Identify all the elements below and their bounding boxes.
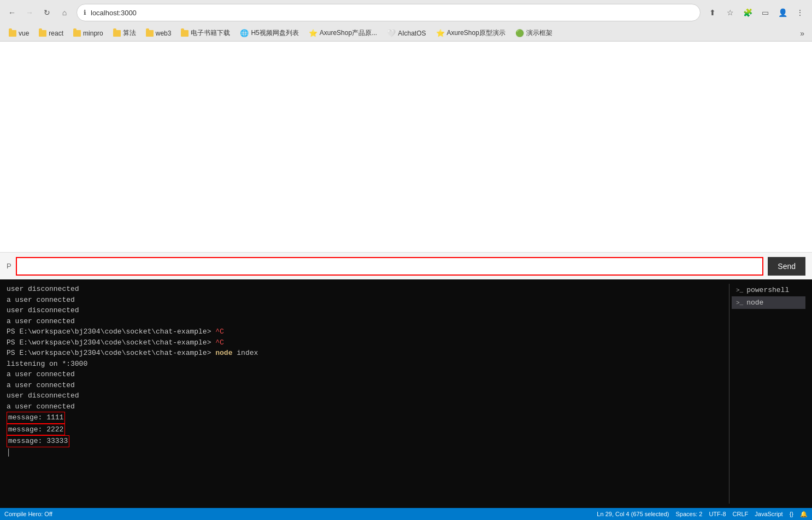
status-bar: Compile Hero: Off Ln 29, Col 4 (675 sele… — [0, 508, 812, 520]
terminal-line-5: PS E:\workspace\bj2304\code\socket\chat-… — [7, 326, 729, 337]
home-button[interactable]: ⌂ — [57, 5, 72, 20]
folder-icon-vue — [9, 30, 16, 37]
extensions-button[interactable]: 🧩 — [740, 5, 755, 20]
powershell-icon: >_ — [736, 287, 743, 294]
back-button[interactable]: ← — [4, 5, 20, 20]
address-bar[interactable] — [91, 9, 693, 17]
terminal-line-msg2: message: 2222 — [7, 424, 729, 436]
forward-button[interactable]: → — [22, 5, 37, 20]
bookmark-axureshop2-label: AxureShop原型演示 — [447, 28, 505, 38]
bookmark-demo[interactable]: 🟢 演示框架 — [511, 27, 557, 39]
bookmark-h5[interactable]: 🌐 H5视频网盘列表 — [236, 27, 303, 39]
bookmark-web3-label: web3 — [156, 30, 172, 37]
bookmarks-bar: vue react minpro 算法 web3 电子书籍下载 🌐 H5视频网盘… — [0, 25, 812, 42]
terminal-line-9: a user connected — [7, 369, 729, 380]
folder-icon-web3 — [146, 30, 154, 37]
browser-content — [0, 42, 812, 252]
status-encoding[interactable]: UTF-8 — [709, 511, 726, 518]
bookmark-vue[interactable]: vue — [4, 28, 33, 38]
terminal[interactable]: user disconnected a user connected user … — [0, 279, 812, 508]
bookmark-aichatos-label: AIchatOS — [398, 30, 426, 37]
terminal-line-10: a user connected — [7, 380, 729, 391]
cmd-index: index — [232, 349, 258, 357]
h5-icon: 🌐 — [240, 29, 249, 37]
bookmark-ebook-label: 电子书籍下载 — [191, 28, 230, 38]
bookmark-axureshop1-label: AxureShop产品原... — [320, 28, 377, 38]
sidebar-powershell[interactable]: >_ powershell — [732, 284, 805, 296]
chat-input-area: P Send — [0, 252, 812, 279]
folder-icon-react — [39, 30, 46, 37]
bookmark-vue-label: vue — [19, 30, 29, 37]
axureshop1-icon: ⭐ — [309, 29, 317, 37]
terminal-line-6: PS E:\workspace\bj2304\code\socket\chat-… — [7, 337, 729, 348]
terminal-cursor-line: │ — [7, 447, 729, 458]
terminal-line-4: a user connected — [7, 316, 729, 327]
bookmark-axureshop1[interactable]: ⭐ AxureShop产品原... — [304, 27, 381, 39]
demo-icon: 🟢 — [515, 29, 524, 37]
status-cursor-pos[interactable]: Ln 29, Col 4 (675 selected) — [597, 511, 669, 518]
bookmark-react[interactable]: react — [34, 28, 68, 38]
terminal-area: user disconnected a user connected user … — [0, 279, 812, 508]
toolbar-icons: ⬆ ☆ 🧩 ▭ 👤 ⋮ — [705, 5, 808, 20]
chat-input-prefix: P — [7, 262, 11, 270]
powershell-label: powershell — [746, 286, 789, 294]
bookmarks-more-button[interactable]: » — [797, 28, 808, 39]
profile-button[interactable]: 👤 — [775, 5, 790, 20]
sidebar-node[interactable]: >_ node — [732, 296, 805, 309]
prompt-text-1: PS E:\workspace\bj2304\code\socket\chat-… — [7, 328, 215, 336]
status-language[interactable]: JavaScript — [755, 511, 782, 518]
status-spaces[interactable]: Spaces: 2 — [675, 511, 702, 518]
prompt-text-2: PS E:\workspace\bj2304\code\socket\chat-… — [7, 338, 215, 347]
bookmark-axureshop2[interactable]: ⭐ AxureShop原型演示 — [432, 27, 510, 39]
terminal-line-msg3: message: 33333 — [7, 435, 729, 447]
browser-body: P Send user disconnected a user connecte… — [0, 42, 812, 520]
terminal-line-8: listening on *:3000 — [7, 359, 729, 370]
menu-button[interactable]: ⋮ — [792, 5, 808, 20]
aichatos-icon: 🤍 — [387, 29, 396, 37]
terminal-line-3: user disconnected — [7, 305, 729, 316]
status-compile-hero[interactable]: Compile Hero: Off — [4, 511, 52, 517]
node-icon: >_ — [736, 300, 743, 306]
folder-icon-ebook — [181, 30, 189, 37]
bookmark-minpro-label: minpro — [83, 30, 103, 37]
cmd-ctrl-c-1: ^C — [215, 328, 224, 336]
terminal-sidebar: >_ powershell >_ node — [729, 284, 805, 504]
message-33333: message: 33333 — [7, 435, 69, 447]
browser-toolbar: ← → ↻ ⌂ ℹ ⬆ ☆ 🧩 ▭ 👤 ⋮ — [0, 0, 812, 25]
bookmark-ebook[interactable]: 电子书籍下载 — [176, 27, 234, 39]
send-button[interactable]: Send — [768, 257, 805, 276]
browser-chrome: ← → ↻ ⌂ ℹ ⬆ ☆ 🧩 ▭ 👤 ⋮ vue react min — [0, 0, 812, 42]
prompt-text-3: PS E:\workspace\bj2304\code\socket\chat-… — [7, 349, 215, 357]
chat-input-wrapper — [16, 257, 764, 276]
chat-input[interactable] — [16, 257, 764, 276]
folder-icon-algo — [113, 30, 121, 37]
bookmark-web3[interactable]: web3 — [142, 28, 176, 38]
status-line-ending[interactable]: CRLF — [733, 511, 749, 518]
terminal-line-msg1: message: 1111 — [7, 412, 729, 424]
terminal-line-11: user disconnected — [7, 390, 729, 401]
node-label: node — [746, 299, 763, 307]
bookmark-button[interactable]: ☆ — [722, 5, 738, 20]
bookmark-demo-label: 演示框架 — [526, 28, 552, 38]
bookmark-aichatos[interactable]: 🤍 AIchatOS — [383, 28, 430, 38]
nav-buttons: ← → ↻ ⌂ — [4, 5, 72, 20]
terminal-line-2: a user connected — [7, 295, 729, 306]
message-2222: message: 2222 — [7, 424, 65, 436]
terminal-main: user disconnected a user connected user … — [7, 284, 729, 504]
status-feedback-icon[interactable]: {} — [790, 511, 793, 518]
bookmark-h5-label: H5视频网盘列表 — [251, 28, 298, 38]
status-bell-icon[interactable]: 🔔 — [800, 511, 808, 518]
terminal-line-12: a user connected — [7, 401, 729, 412]
share-button[interactable]: ⬆ — [705, 5, 720, 20]
cmd-node: node — [215, 349, 232, 357]
split-view-button[interactable]: ▭ — [757, 5, 773, 20]
address-bar-container: ℹ — [77, 4, 701, 21]
axureshop2-icon: ⭐ — [436, 29, 445, 37]
bookmark-algo[interactable]: 算法 — [109, 27, 140, 39]
folder-icon-minpro — [73, 30, 81, 37]
cmd-ctrl-c-2: ^C — [215, 338, 224, 347]
terminal-line-1: user disconnected — [7, 284, 729, 295]
bookmark-minpro[interactable]: minpro — [69, 28, 108, 38]
lock-icon: ℹ — [84, 9, 86, 16]
reload-button[interactable]: ↻ — [39, 5, 55, 20]
